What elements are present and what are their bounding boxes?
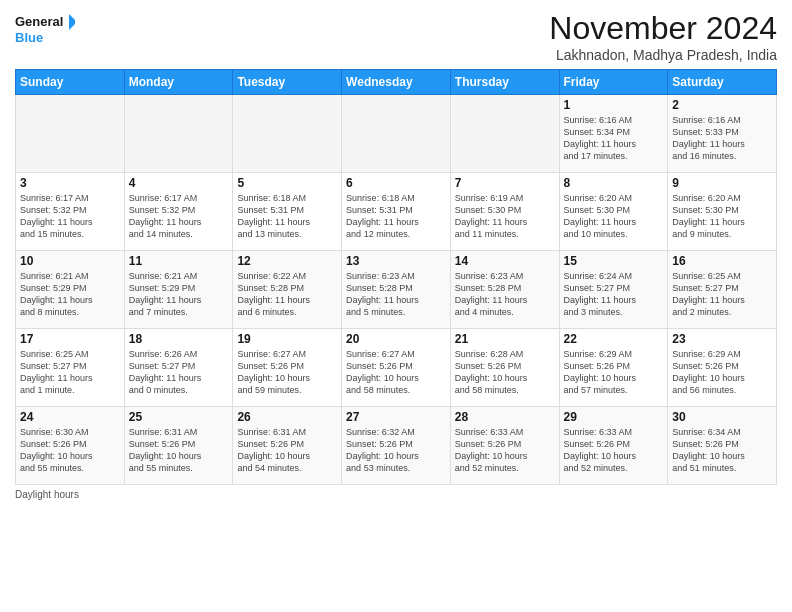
day-info: Sunrise: 6:27 AM Sunset: 5:26 PM Dayligh… bbox=[237, 348, 337, 397]
svg-marker-2 bbox=[69, 14, 75, 30]
day-number: 5 bbox=[237, 176, 337, 190]
day-cell: 16Sunrise: 6:25 AM Sunset: 5:27 PM Dayli… bbox=[668, 251, 777, 329]
day-number: 1 bbox=[564, 98, 664, 112]
col-sunday: Sunday bbox=[16, 70, 125, 95]
day-number: 29 bbox=[564, 410, 664, 424]
day-number: 11 bbox=[129, 254, 229, 268]
day-cell: 24Sunrise: 6:30 AM Sunset: 5:26 PM Dayli… bbox=[16, 407, 125, 485]
day-info: Sunrise: 6:33 AM Sunset: 5:26 PM Dayligh… bbox=[564, 426, 664, 475]
day-info: Sunrise: 6:18 AM Sunset: 5:31 PM Dayligh… bbox=[346, 192, 446, 241]
day-cell: 29Sunrise: 6:33 AM Sunset: 5:26 PM Dayli… bbox=[559, 407, 668, 485]
day-info: Sunrise: 6:26 AM Sunset: 5:27 PM Dayligh… bbox=[129, 348, 229, 397]
day-number: 28 bbox=[455, 410, 555, 424]
day-info: Sunrise: 6:19 AM Sunset: 5:30 PM Dayligh… bbox=[455, 192, 555, 241]
day-cell: 10Sunrise: 6:21 AM Sunset: 5:29 PM Dayli… bbox=[16, 251, 125, 329]
day-number: 2 bbox=[672, 98, 772, 112]
day-cell bbox=[342, 95, 451, 173]
day-cell: 7Sunrise: 6:19 AM Sunset: 5:30 PM Daylig… bbox=[450, 173, 559, 251]
day-number: 14 bbox=[455, 254, 555, 268]
col-thursday: Thursday bbox=[450, 70, 559, 95]
day-number: 22 bbox=[564, 332, 664, 346]
day-info: Sunrise: 6:21 AM Sunset: 5:29 PM Dayligh… bbox=[129, 270, 229, 319]
day-cell: 13Sunrise: 6:23 AM Sunset: 5:28 PM Dayli… bbox=[342, 251, 451, 329]
header: General Blue November 2024 Lakhnadon, Ma… bbox=[15, 10, 777, 63]
day-cell: 14Sunrise: 6:23 AM Sunset: 5:28 PM Dayli… bbox=[450, 251, 559, 329]
col-monday: Monday bbox=[124, 70, 233, 95]
header-row: Sunday Monday Tuesday Wednesday Thursday… bbox=[16, 70, 777, 95]
title-block: November 2024 Lakhnadon, Madhya Pradesh,… bbox=[549, 10, 777, 63]
week-row-1: 3Sunrise: 6:17 AM Sunset: 5:32 PM Daylig… bbox=[16, 173, 777, 251]
logo: General Blue bbox=[15, 10, 75, 50]
day-info: Sunrise: 6:25 AM Sunset: 5:27 PM Dayligh… bbox=[20, 348, 120, 397]
day-info: Sunrise: 6:20 AM Sunset: 5:30 PM Dayligh… bbox=[672, 192, 772, 241]
day-number: 10 bbox=[20, 254, 120, 268]
day-info: Sunrise: 6:30 AM Sunset: 5:26 PM Dayligh… bbox=[20, 426, 120, 475]
day-number: 21 bbox=[455, 332, 555, 346]
day-cell: 6Sunrise: 6:18 AM Sunset: 5:31 PM Daylig… bbox=[342, 173, 451, 251]
day-info: Sunrise: 6:22 AM Sunset: 5:28 PM Dayligh… bbox=[237, 270, 337, 319]
day-cell: 18Sunrise: 6:26 AM Sunset: 5:27 PM Dayli… bbox=[124, 329, 233, 407]
day-info: Sunrise: 6:25 AM Sunset: 5:27 PM Dayligh… bbox=[672, 270, 772, 319]
day-info: Sunrise: 6:29 AM Sunset: 5:26 PM Dayligh… bbox=[564, 348, 664, 397]
day-number: 6 bbox=[346, 176, 446, 190]
day-number: 17 bbox=[20, 332, 120, 346]
day-info: Sunrise: 6:31 AM Sunset: 5:26 PM Dayligh… bbox=[237, 426, 337, 475]
day-cell: 11Sunrise: 6:21 AM Sunset: 5:29 PM Dayli… bbox=[124, 251, 233, 329]
day-info: Sunrise: 6:27 AM Sunset: 5:26 PM Dayligh… bbox=[346, 348, 446, 397]
day-cell: 4Sunrise: 6:17 AM Sunset: 5:32 PM Daylig… bbox=[124, 173, 233, 251]
day-number: 12 bbox=[237, 254, 337, 268]
day-number: 20 bbox=[346, 332, 446, 346]
day-info: Sunrise: 6:23 AM Sunset: 5:28 PM Dayligh… bbox=[346, 270, 446, 319]
day-number: 16 bbox=[672, 254, 772, 268]
day-info: Sunrise: 6:29 AM Sunset: 5:26 PM Dayligh… bbox=[672, 348, 772, 397]
page: General Blue November 2024 Lakhnadon, Ma… bbox=[0, 0, 792, 612]
day-info: Sunrise: 6:16 AM Sunset: 5:33 PM Dayligh… bbox=[672, 114, 772, 163]
day-number: 13 bbox=[346, 254, 446, 268]
calendar: Sunday Monday Tuesday Wednesday Thursday… bbox=[15, 69, 777, 485]
day-number: 4 bbox=[129, 176, 229, 190]
day-cell: 22Sunrise: 6:29 AM Sunset: 5:26 PM Dayli… bbox=[559, 329, 668, 407]
month-title: November 2024 bbox=[549, 10, 777, 47]
day-number: 24 bbox=[20, 410, 120, 424]
day-cell: 23Sunrise: 6:29 AM Sunset: 5:26 PM Dayli… bbox=[668, 329, 777, 407]
day-cell: 5Sunrise: 6:18 AM Sunset: 5:31 PM Daylig… bbox=[233, 173, 342, 251]
day-cell: 25Sunrise: 6:31 AM Sunset: 5:26 PM Dayli… bbox=[124, 407, 233, 485]
day-number: 27 bbox=[346, 410, 446, 424]
day-cell bbox=[450, 95, 559, 173]
week-row-0: 1Sunrise: 6:16 AM Sunset: 5:34 PM Daylig… bbox=[16, 95, 777, 173]
week-row-2: 10Sunrise: 6:21 AM Sunset: 5:29 PM Dayli… bbox=[16, 251, 777, 329]
location: Lakhnadon, Madhya Pradesh, India bbox=[549, 47, 777, 63]
day-info: Sunrise: 6:32 AM Sunset: 5:26 PM Dayligh… bbox=[346, 426, 446, 475]
logo-svg: General Blue bbox=[15, 10, 75, 50]
day-cell: 12Sunrise: 6:22 AM Sunset: 5:28 PM Dayli… bbox=[233, 251, 342, 329]
day-cell: 8Sunrise: 6:20 AM Sunset: 5:30 PM Daylig… bbox=[559, 173, 668, 251]
day-cell: 9Sunrise: 6:20 AM Sunset: 5:30 PM Daylig… bbox=[668, 173, 777, 251]
day-cell bbox=[16, 95, 125, 173]
day-number: 7 bbox=[455, 176, 555, 190]
day-cell bbox=[233, 95, 342, 173]
day-info: Sunrise: 6:34 AM Sunset: 5:26 PM Dayligh… bbox=[672, 426, 772, 475]
day-cell: 26Sunrise: 6:31 AM Sunset: 5:26 PM Dayli… bbox=[233, 407, 342, 485]
day-number: 26 bbox=[237, 410, 337, 424]
day-cell: 19Sunrise: 6:27 AM Sunset: 5:26 PM Dayli… bbox=[233, 329, 342, 407]
day-number: 18 bbox=[129, 332, 229, 346]
day-cell: 15Sunrise: 6:24 AM Sunset: 5:27 PM Dayli… bbox=[559, 251, 668, 329]
footer-note: Daylight hours bbox=[15, 489, 777, 500]
col-friday: Friday bbox=[559, 70, 668, 95]
svg-text:Blue: Blue bbox=[15, 30, 43, 45]
day-cell: 21Sunrise: 6:28 AM Sunset: 5:26 PM Dayli… bbox=[450, 329, 559, 407]
day-info: Sunrise: 6:31 AM Sunset: 5:26 PM Dayligh… bbox=[129, 426, 229, 475]
day-number: 23 bbox=[672, 332, 772, 346]
day-number: 19 bbox=[237, 332, 337, 346]
col-tuesday: Tuesday bbox=[233, 70, 342, 95]
day-cell: 28Sunrise: 6:33 AM Sunset: 5:26 PM Dayli… bbox=[450, 407, 559, 485]
col-saturday: Saturday bbox=[668, 70, 777, 95]
day-cell: 3Sunrise: 6:17 AM Sunset: 5:32 PM Daylig… bbox=[16, 173, 125, 251]
week-row-4: 24Sunrise: 6:30 AM Sunset: 5:26 PM Dayli… bbox=[16, 407, 777, 485]
day-number: 9 bbox=[672, 176, 772, 190]
day-cell: 27Sunrise: 6:32 AM Sunset: 5:26 PM Dayli… bbox=[342, 407, 451, 485]
day-info: Sunrise: 6:28 AM Sunset: 5:26 PM Dayligh… bbox=[455, 348, 555, 397]
day-number: 8 bbox=[564, 176, 664, 190]
day-cell: 20Sunrise: 6:27 AM Sunset: 5:26 PM Dayli… bbox=[342, 329, 451, 407]
day-info: Sunrise: 6:23 AM Sunset: 5:28 PM Dayligh… bbox=[455, 270, 555, 319]
